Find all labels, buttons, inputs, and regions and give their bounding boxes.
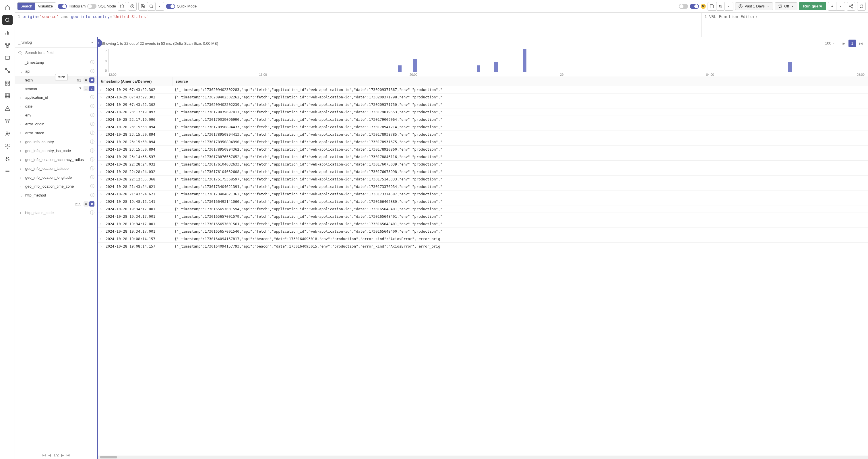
save-function-button[interactable]: [708, 2, 716, 11]
field-item[interactable]: ›error_stackⓘ: [15, 129, 97, 137]
table-row[interactable]: ›2024-10-28 23:15:50.894{"_timestamp":17…: [98, 123, 868, 131]
expand-row-button[interactable]: ›: [98, 205, 104, 212]
nav-functions[interactable]: [2, 116, 12, 126]
download-dropdown[interactable]: [836, 2, 845, 11]
fx-dropdown[interactable]: [725, 2, 733, 11]
nav-iam[interactable]: [2, 129, 12, 139]
table-row[interactable]: ›2024-10-28 23:17:19.097{"_timestamp":17…: [98, 108, 868, 116]
table-row[interactable]: ›2024-10-28 22:28:24.032{"_timestamp":17…: [98, 168, 868, 175]
field-item[interactable]: ⌄http_methodⓘ: [15, 191, 97, 200]
field-search-input[interactable]: [24, 50, 94, 56]
filter-equals-button[interactable]: =: [84, 86, 89, 91]
table-row[interactable]: ›2024-10-28 19:48:13.141{"_timestamp":17…: [98, 198, 868, 205]
table-row[interactable]: ›2024-10-28 19:34:17.001{"_timestamp":17…: [98, 220, 868, 228]
table-row[interactable]: ›2024-10-29 07:43:22.302{"_timestamp":17…: [98, 101, 868, 108]
info-icon[interactable]: ⓘ: [90, 184, 94, 189]
expand-row-button[interactable]: ›: [98, 123, 104, 131]
expand-row-button[interactable]: ›: [98, 235, 104, 242]
page-current[interactable]: 1: [848, 40, 856, 47]
field-item[interactable]: ›http_status_codeⓘ: [15, 208, 97, 217]
chart-bar[interactable]: [523, 49, 526, 72]
save-dropdown[interactable]: [156, 2, 164, 11]
info-icon[interactable]: ⓘ: [90, 95, 94, 100]
expand-row-button[interactable]: ›: [98, 153, 104, 160]
histogram-toggle[interactable]: [58, 4, 67, 9]
expand-row-button[interactable]: ›: [98, 191, 104, 198]
saved-search-button[interactable]: [147, 2, 156, 11]
table-row[interactable]: ›2024-10-28 19:34:17.001{"_timestamp":17…: [98, 205, 868, 213]
auto-refresh-picker[interactable]: Off: [775, 2, 797, 10]
fields-next[interactable]: ▶: [61, 453, 64, 457]
info-icon[interactable]: ⓘ: [90, 157, 94, 162]
info-icon[interactable]: ⓘ: [90, 139, 94, 144]
info-icon[interactable]: ⓘ: [90, 166, 94, 171]
field-item[interactable]: ›geo_info_location_time_zoneⓘ: [15, 182, 97, 191]
table-row[interactable]: ›2024-10-28 19:34:17.001{"_timestamp":17…: [98, 228, 868, 235]
chart-bar[interactable]: [398, 65, 402, 72]
vrl-editor[interactable]: 1 VRL Function Editor:: [702, 12, 868, 37]
filter-not-equals-button[interactable]: ≠: [89, 201, 94, 206]
download-button[interactable]: [828, 2, 836, 11]
expand-row-button[interactable]: ›: [98, 146, 104, 153]
expand-row-button[interactable]: ›: [98, 228, 104, 235]
nav-pipelines[interactable]: [2, 65, 12, 76]
fields-prev[interactable]: ◀: [48, 453, 51, 457]
chart-bar[interactable]: [477, 65, 480, 72]
expand-row-button[interactable]: ›: [98, 101, 104, 108]
table-row[interactable]: ›2024-10-29 07:43:22.302{"_timestamp":17…: [98, 94, 868, 101]
nav-settings[interactable]: [2, 141, 12, 152]
info-icon[interactable]: ⓘ: [90, 104, 94, 109]
nav-dashboards[interactable]: [2, 78, 12, 88]
field-item[interactable]: ›application_idⓘ: [15, 93, 97, 102]
info-icon[interactable]: ⓘ: [90, 210, 94, 216]
page-first[interactable]: ⏮: [840, 40, 847, 47]
fx-button[interactable]: fx: [716, 2, 725, 11]
share-button[interactable]: [847, 2, 856, 11]
field-value-item[interactable]: beacon7=≠: [15, 84, 97, 93]
field-item[interactable]: ›error_originⓘ: [15, 120, 97, 129]
expand-row-button[interactable]: ›: [98, 198, 104, 205]
expand-row-button[interactable]: ›: [98, 175, 104, 183]
table-row[interactable]: ›2024-10-28 21:43:24.621{"_timestamp":17…: [98, 183, 868, 191]
expand-row-button[interactable]: ›: [98, 108, 104, 116]
expand-row-button[interactable]: ›: [98, 94, 104, 101]
expand-row-button[interactable]: ›: [98, 86, 104, 93]
column-source[interactable]: source: [173, 77, 868, 86]
quick-mode-toggle[interactable]: [166, 4, 175, 9]
table-row[interactable]: ›2024-10-28 23:15:50.894{"_timestamp":17…: [98, 146, 868, 153]
table-row[interactable]: ›2024-10-28 19:08:14.157{"_timestamp":17…: [98, 243, 868, 250]
field-item[interactable]: ›envⓘ: [15, 111, 97, 120]
tab-visualize[interactable]: Visualize: [35, 3, 56, 10]
info-icon[interactable]: ⓘ: [90, 130, 94, 136]
chart-bar[interactable]: [413, 59, 417, 72]
help-button[interactable]: [128, 2, 136, 11]
unknown-toggle-1[interactable]: [679, 4, 688, 9]
nav-traces[interactable]: [2, 40, 12, 51]
fields-next-fast[interactable]: ⏭: [66, 453, 70, 457]
filter-equals-button[interactable]: =: [84, 77, 89, 83]
expand-row-button[interactable]: ›: [98, 220, 104, 228]
table-row[interactable]: ›2024-10-28 22:12:55.368{"_timestamp":17…: [98, 175, 868, 183]
time-range-picker[interactable]: Past 1 Days: [735, 2, 773, 10]
histogram-chart[interactable]: 740 12:0016:0020:002904:0008:00: [98, 50, 868, 77]
field-item[interactable]: ›geo_info_location_latitudeⓘ: [15, 164, 97, 173]
filter-equals-button[interactable]: =: [84, 201, 89, 206]
expand-row-button[interactable]: ›: [98, 168, 104, 175]
table-row[interactable]: ›2024-10-28 19:34:17.001{"_timestamp":17…: [98, 213, 868, 220]
table-row[interactable]: ›2024-10-29 07:43:22.302{"_timestamp":17…: [98, 86, 868, 94]
nav-alerts[interactable]: [2, 103, 12, 113]
table-row[interactable]: ›2024-10-28 23:14:36.537{"_timestamp":17…: [98, 153, 868, 161]
fx-toggle[interactable]: [690, 4, 699, 9]
expand-row-button[interactable]: ›: [98, 138, 104, 145]
field-item[interactable]: ›geo_info_countryⓘ: [15, 137, 97, 146]
expand-row-button[interactable]: ›: [98, 243, 104, 250]
nav-rum[interactable]: [2, 53, 12, 63]
chart-bar[interactable]: [788, 62, 792, 72]
info-icon[interactable]: ⓘ: [90, 121, 94, 127]
info-icon[interactable]: ⓘ: [90, 148, 94, 154]
reset-button[interactable]: [118, 2, 126, 11]
field-item[interactable]: ›geo_info_location_longitudeⓘ: [15, 173, 97, 182]
info-icon[interactable]: ⓘ: [90, 112, 94, 118]
table-row[interactable]: ›2024-10-28 23:15:50.894{"_timestamp":17…: [98, 138, 868, 146]
scrollbar-thumb[interactable]: [100, 456, 117, 458]
